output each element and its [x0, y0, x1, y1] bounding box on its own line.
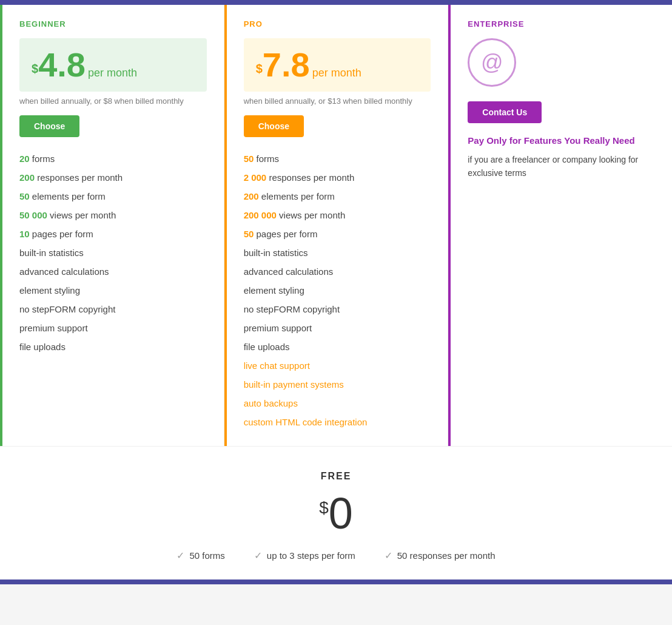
- bottom-bar: [0, 579, 672, 584]
- enterprise-plan-label: ENTERPRISE: [468, 19, 655, 29]
- enterprise-tagline: Pay Only for Features You Really Need: [468, 135, 655, 146]
- list-item: premium support: [19, 319, 207, 337]
- at-icon: @: [468, 38, 516, 87]
- list-item: 20 forms: [19, 149, 207, 168]
- pro-choose-button[interactable]: Choose: [244, 115, 304, 137]
- free-features-list: ✓ 50 forms ✓ up to 3 steps per form ✓ 50…: [12, 550, 660, 561]
- list-item-extra: live chat support: [244, 356, 431, 375]
- beginner-features-list: 20 forms 200 responses per month 50 elem…: [19, 149, 207, 356]
- enterprise-plan-card: ENTERPRISE @ Contact Us Pay Only for Fea…: [448, 5, 672, 446]
- pricing-container: BEGINNER $4.8per month when billed annua…: [0, 5, 672, 446]
- free-currency: $: [319, 498, 329, 517]
- list-item: element styling: [19, 281, 207, 300]
- free-price-block: $0: [12, 492, 660, 535]
- list-item: advanced calculations: [244, 262, 431, 281]
- list-item: 50 elements per form: [19, 187, 207, 206]
- pro-currency: $: [256, 62, 263, 75]
- beginner-price-block: $4.8per month: [19, 38, 207, 92]
- check-icon: ✓: [176, 550, 184, 561]
- beginner-amount: 4.8: [38, 46, 86, 84]
- list-item: 2 000 responses per month: [244, 168, 431, 187]
- free-feature-item: ✓ 50 responses per month: [385, 550, 496, 561]
- beginner-plan-label: BEGINNER: [19, 19, 207, 29]
- pro-price-block: $7.8per month: [244, 38, 431, 92]
- list-item: 50 forms: [244, 149, 431, 168]
- free-feature-text: up to 3 steps per form: [267, 550, 355, 561]
- free-feature-text: 50 forms: [189, 550, 224, 561]
- pro-plan-card: PRO $7.8per month when billed annually, …: [224, 5, 449, 446]
- list-item: advanced calculations: [19, 262, 207, 281]
- list-item-extra: built-in payment systems: [244, 375, 431, 394]
- check-icon: ✓: [254, 550, 262, 561]
- pro-billed-note: when billed annually, or $13 when billed…: [244, 96, 431, 106]
- list-item: element styling: [244, 281, 431, 300]
- list-item: 50 pages per form: [244, 225, 431, 243]
- free-feature-item: ✓ up to 3 steps per form: [254, 550, 355, 561]
- pro-per: per month: [312, 67, 361, 79]
- list-item: premium support: [244, 319, 431, 337]
- enterprise-description: if you are a freelancer or company looki…: [468, 153, 655, 180]
- list-item-extra: auto backups: [244, 394, 431, 413]
- free-plan-label: FREE: [12, 471, 660, 482]
- contact-us-button[interactable]: Contact Us: [468, 101, 542, 123]
- list-item: 50 000 views per month: [19, 206, 207, 225]
- beginner-per: per month: [88, 67, 137, 79]
- list-item: built-in statistics: [244, 243, 431, 262]
- list-item: 10 pages per form: [19, 225, 207, 243]
- pro-amount: 7.8: [263, 46, 310, 84]
- list-item: file uploads: [19, 337, 207, 356]
- list-item: no stepFORM copyright: [19, 300, 207, 319]
- beginner-plan-card: BEGINNER $4.8per month when billed annua…: [0, 5, 224, 446]
- top-bar: [0, 0, 672, 5]
- check-icon: ✓: [385, 550, 392, 561]
- list-item: built-in statistics: [19, 243, 207, 262]
- pro-features-list: 50 forms 2 000 responses per month 200 e…: [244, 149, 431, 431]
- beginner-billed-note: when billed annually, or $8 when billed …: [19, 96, 207, 106]
- list-item: 200 responses per month: [19, 168, 207, 187]
- beginner-currency: $: [32, 62, 38, 75]
- free-section: FREE $0 ✓ 50 forms ✓ up to 3 steps per f…: [0, 446, 672, 579]
- free-feature-text: 50 responses per month: [397, 550, 496, 561]
- pro-plan-label: PRO: [244, 19, 431, 29]
- beginner-choose-button[interactable]: Choose: [19, 115, 79, 137]
- list-item: no stepFORM copyright: [244, 300, 431, 319]
- list-item-extra: custom HTML code integration: [244, 413, 431, 431]
- free-feature-item: ✓ 50 forms: [176, 550, 224, 561]
- list-item: 200 elements per form: [244, 187, 431, 206]
- list-item: 200 000 views per month: [244, 206, 431, 225]
- list-item: file uploads: [244, 337, 431, 356]
- free-amount: 0: [329, 489, 353, 538]
